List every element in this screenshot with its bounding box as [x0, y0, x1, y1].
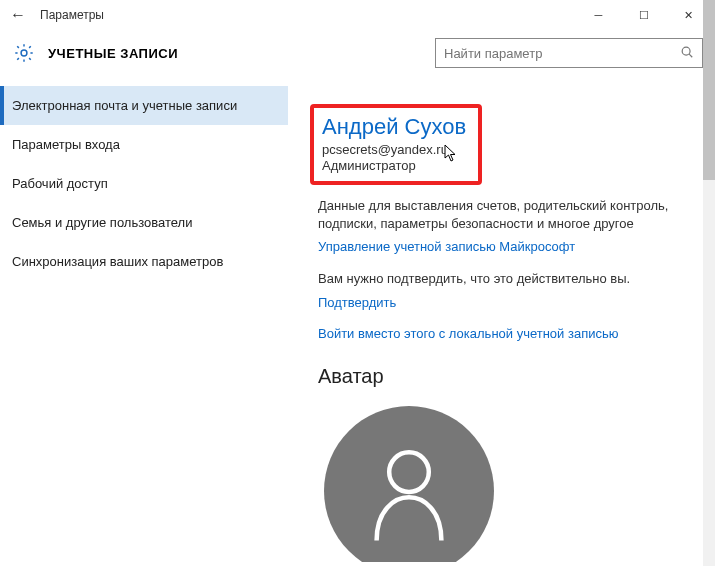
- sidebar-item-label: Параметры входа: [12, 137, 120, 152]
- search-box[interactable]: [435, 38, 703, 68]
- scrollbar-vertical[interactable]: [703, 0, 715, 566]
- svg-point-1: [682, 47, 690, 55]
- avatar: [324, 406, 494, 562]
- user-name: Андрей Сухов: [322, 114, 466, 140]
- verify-text: Вам нужно подтвердить, что это действите…: [318, 270, 678, 288]
- person-icon: [364, 441, 454, 541]
- billing-text: Данные для выставления счетов, родительс…: [318, 197, 678, 233]
- main-panel: Андрей Сухов pcsecrets@yandex.ru Админис…: [288, 86, 715, 562]
- window-title: Параметры: [40, 8, 104, 22]
- search-icon[interactable]: [680, 45, 694, 62]
- svg-point-0: [21, 50, 27, 56]
- svg-line-2: [689, 54, 692, 57]
- header: УЧЕТНЫЕ ЗАПИСИ: [0, 30, 715, 86]
- page-title: УЧЕТНЫЕ ЗАПИСИ: [48, 46, 178, 61]
- sidebar-item-family-users[interactable]: Семья и другие пользователи: [0, 203, 288, 242]
- gear-icon: [12, 41, 36, 65]
- scrollbar-thumb[interactable]: [703, 0, 715, 180]
- sidebar: Электронная почта и учетные записи Парам…: [0, 86, 288, 562]
- verify-link[interactable]: Подтвердить: [318, 295, 693, 310]
- sidebar-item-signin-options[interactable]: Параметры входа: [0, 125, 288, 164]
- search-input[interactable]: [444, 46, 680, 61]
- svg-point-3: [389, 452, 429, 492]
- avatar-heading: Аватар: [318, 365, 693, 388]
- sidebar-item-label: Семья и другие пользователи: [12, 215, 192, 230]
- sidebar-item-label: Рабочий доступ: [12, 176, 108, 191]
- sidebar-item-sync-settings[interactable]: Синхронизация ваших параметров: [0, 242, 288, 281]
- cursor-icon: [444, 144, 458, 165]
- manage-account-link[interactable]: Управление учетной записью Майкрософт: [318, 239, 693, 254]
- sidebar-item-work-access[interactable]: Рабочий доступ: [0, 164, 288, 203]
- sidebar-item-label: Электронная почта и учетные записи: [12, 98, 237, 113]
- maximize-button[interactable]: ☐: [621, 1, 666, 29]
- user-info-highlight: Андрей Сухов pcsecrets@yandex.ru Админис…: [310, 104, 482, 185]
- sidebar-item-label: Синхронизация ваших параметров: [12, 254, 223, 269]
- titlebar: ← Параметры ─ ☐ ✕: [0, 0, 715, 30]
- sidebar-item-email-accounts[interactable]: Электронная почта и учетные записи: [0, 86, 288, 125]
- local-account-link[interactable]: Войти вместо этого с локальной учетной з…: [318, 326, 693, 341]
- back-button[interactable]: ←: [4, 6, 32, 24]
- minimize-button[interactable]: ─: [576, 1, 621, 29]
